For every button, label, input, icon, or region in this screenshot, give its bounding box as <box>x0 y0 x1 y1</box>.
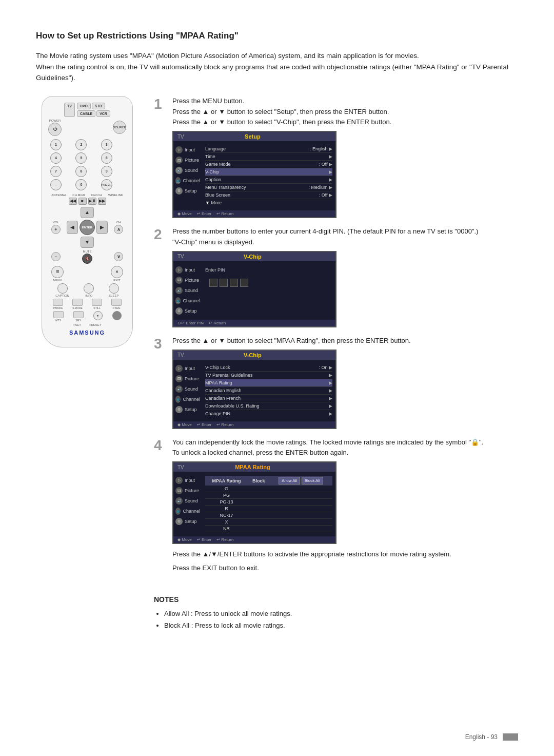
tv-sidebar-picture-4: 🖼Picture <box>173 486 202 495</box>
ch-up-btn[interactable]: ∧ <box>114 225 123 234</box>
picture-icon-2: 🖼 <box>175 277 183 284</box>
dash-btn[interactable]: – <box>50 179 62 190</box>
channel-icon-3: 📺 <box>175 396 181 403</box>
pre-ch-btn[interactable]: PRE-CH <box>101 179 112 190</box>
menu-row-menutrans: Menu Transparency: Medium ▶ <box>205 184 332 191</box>
mpaa-header-block: Block <box>248 476 269 486</box>
mts-label: MTS <box>55 319 61 322</box>
psize-btn[interactable] <box>111 299 122 306</box>
nav-right-btn[interactable]: ▶ <box>96 221 108 234</box>
steps-area: 1 Press the MENU button. Press the ▲ or … <box>154 96 518 632</box>
nav-down-btn[interactable]: ▼ <box>81 237 94 248</box>
step-2-block: 2 Press the number buttons to enter your… <box>154 226 518 327</box>
pmode-label: P.MODE <box>53 306 63 309</box>
ff-btn[interactable]: ▶▶ <box>98 198 106 205</box>
record-btn[interactable]: ● <box>93 311 103 320</box>
smode-btn[interactable] <box>72 299 83 306</box>
num-2-btn[interactable]: 2 <box>75 139 87 150</box>
ch-label: CH <box>116 221 121 224</box>
page-footer: English - 93 <box>465 733 518 741</box>
enter-pin-label: Enter PIN <box>205 265 332 275</box>
nav-up-btn[interactable]: ▲ <box>81 207 94 218</box>
tv-screen-2-header: TV V-Chip <box>173 252 335 261</box>
num-6-btn[interactable]: 6 <box>101 152 112 164</box>
tv-sidebar-sound-4: 🔊Sound <box>173 496 202 506</box>
menu-row-canenglish: Canadian English▶ <box>205 387 332 395</box>
num-5-btn[interactable]: 5 <box>75 152 87 164</box>
remote-numpad: 1 2 3 4 5 6 7 8 9 – 0 PRE-CH <box>50 139 124 190</box>
power-label: POWER <box>49 119 61 122</box>
mpaa-row-x: X <box>205 519 332 526</box>
num-1-btn[interactable]: 1 <box>50 139 62 150</box>
setup-icon-3: ⚙ <box>175 406 183 413</box>
vol-up-btn[interactable]: + <box>51 225 61 234</box>
setup-icon-2: ⚙ <box>175 307 183 315</box>
tv-sidebar-sound-1: 🔊Sound <box>173 166 202 175</box>
power-button[interactable]: ⏻ <box>48 123 62 136</box>
dvd-mode-btn[interactable]: DVD <box>77 103 91 109</box>
tv-sidebar-setup-2: ⚙Setup <box>173 306 202 316</box>
channel-icon-4: 📺 <box>175 508 181 515</box>
stop-btn[interactable]: ■ <box>78 198 87 205</box>
tv-sidebar-sound-3: 🔊Sound <box>173 384 202 394</box>
num-3-btn[interactable]: 3 <box>101 139 112 150</box>
ch-down-btn[interactable]: ∨ <box>114 252 123 261</box>
info-btn[interactable] <box>84 283 94 294</box>
tv-sidebar-channel-3: 📺Channel <box>173 395 202 404</box>
tv-footer-3: ◆ Move↵ Enter↩ Return <box>173 421 335 428</box>
tv-footer-2: ⊙↵ Enter PIN↩ Return <box>173 320 335 326</box>
nav-left-btn[interactable]: ◀ <box>67 221 78 234</box>
num-9-btn[interactable]: 9 <box>101 166 112 177</box>
num-8-btn[interactable]: 8 <box>75 166 87 177</box>
num-4-btn[interactable]: 4 <box>50 152 62 164</box>
allow-all-button[interactable]: Allow All <box>279 477 300 484</box>
tv-sidebar-picture-2: 🖼Picture <box>173 276 202 285</box>
page-title: How to Set up Restrictions Using "MPAA R… <box>36 31 518 41</box>
srs-btn[interactable] <box>73 311 84 318</box>
pin-row <box>205 275 332 291</box>
vcr-mode-btn[interactable]: VCR <box>96 110 110 117</box>
mpaa-row-r: R <box>205 506 332 512</box>
step-3-content: Press the ▲ or ▼ button to select "MPAA … <box>172 336 518 429</box>
rew-btn[interactable]: ◀◀ <box>69 198 77 205</box>
still-btn[interactable] <box>92 299 102 306</box>
mpaa-row-nr: NR <box>205 526 332 532</box>
caption-info-sleep-row: CAPTION INFO SLEEP <box>48 283 126 297</box>
sleep-btn[interactable] <box>109 283 119 294</box>
step-4-block: 4 You can independently lock the movie r… <box>154 437 518 577</box>
picture-icon-1: 🖼 <box>175 157 183 164</box>
source-button[interactable]: SOURCE <box>113 121 126 134</box>
tv-mode-btn[interactable]: TV <box>64 103 75 117</box>
num-0-btn[interactable]: 0 <box>75 179 87 190</box>
vol-down-btn[interactable]: – <box>51 252 61 261</box>
mute-btn[interactable]: 🔇 <box>82 254 92 264</box>
enter-btn[interactable]: ENTER <box>80 220 95 235</box>
tv-body-1: ▷Input 🖼Picture 🔊Sound 📺Channel ⚙Setup L… <box>173 141 335 210</box>
tv-screen-3: TV V-Chip ▷Input 🖼Picture 🔊Sound 📺Channe… <box>172 350 337 429</box>
caption-btn[interactable] <box>57 283 68 294</box>
caption-label: CAPTION <box>55 294 69 297</box>
tv-footer-1: ◆ Move↵ Enter↩ Return <box>173 210 335 217</box>
still-label: STILL <box>93 306 100 309</box>
page-footer-bar <box>503 733 518 741</box>
num-7-btn[interactable]: 7 <box>50 166 62 177</box>
menu-label: MENU <box>53 279 62 282</box>
cable-mode-btn[interactable]: CABLE <box>77 110 95 117</box>
extra-btn[interactable] <box>112 311 122 320</box>
antenna-label: ANTENNA <box>51 193 66 197</box>
stb-mode-btn[interactable]: STB <box>92 103 105 109</box>
pmode-btn[interactable] <box>53 299 63 306</box>
tv-sidebar-picture-1: 🖼Picture <box>173 156 202 165</box>
mts-btn[interactable] <box>53 311 64 318</box>
menu-btn[interactable]: ☰ <box>51 266 64 278</box>
remote-wrap: TV DVD STB CABLE VCR <box>36 96 138 347</box>
step-4-text: You can independently lock the movie rat… <box>172 437 518 459</box>
tv-sidebar-channel-1: 📺Channel <box>173 176 202 185</box>
exit-btn[interactable]: ✕ <box>111 266 123 278</box>
menu-row-vchiplock: V-Chip Lock: On ▶ <box>205 364 332 372</box>
input-icon-1: ▷ <box>175 146 183 153</box>
intro-text: The Movie rating system uses "MPAA" (Mot… <box>36 50 518 84</box>
tv-screen-1: TV Setup ▷Input 🖼Picture 🔊Sound 📺Channel… <box>172 131 337 218</box>
block-all-button[interactable]: Block All <box>302 477 323 484</box>
play-pause-btn[interactable]: ▶⏸ <box>88 198 96 205</box>
